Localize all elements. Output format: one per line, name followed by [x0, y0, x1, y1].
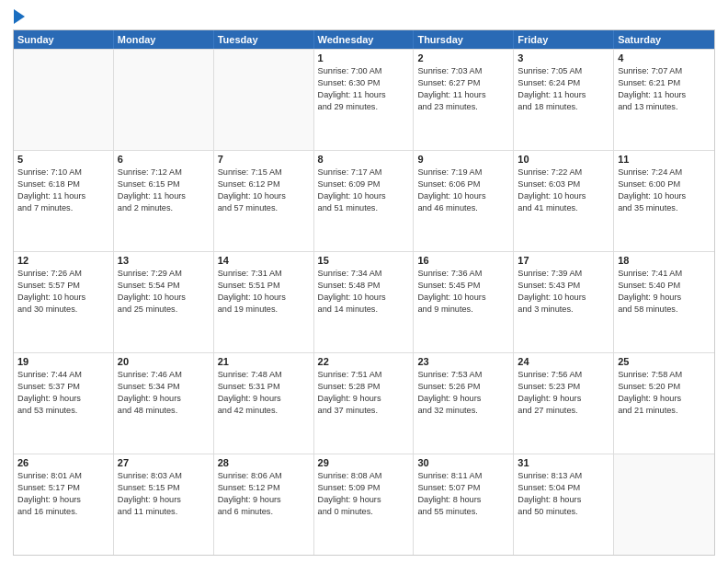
cell-line: Sunrise: 8:01 AM [17, 470, 109, 482]
logo-text [13, 9, 26, 24]
cell-line: Daylight: 10 hours [17, 292, 109, 304]
cell-line: Sunset: 6:27 PM [417, 77, 509, 89]
calendar-body: 1Sunrise: 7:00 AMSunset: 6:30 PMDaylight… [14, 49, 714, 555]
day-number: 20 [118, 356, 210, 367]
cell-line: Daylight: 9 hours [218, 494, 310, 506]
day-cell-19: 19Sunrise: 7:44 AMSunset: 5:37 PMDayligh… [14, 353, 114, 454]
day-number: 21 [218, 356, 310, 367]
cell-line: Sunrise: 7:53 AM [417, 369, 509, 381]
cell-line: Sunset: 6:00 PM [618, 178, 711, 190]
cell-line: Daylight: 10 hours [218, 190, 310, 202]
cell-line: and 11 minutes. [118, 506, 210, 518]
day-cell-7: 7Sunrise: 7:15 AMSunset: 6:12 PMDaylight… [214, 151, 314, 251]
cell-line: Sunset: 5:31 PM [218, 381, 310, 393]
cell-line: Daylight: 9 hours [318, 494, 410, 506]
cell-line: Sunrise: 7:24 AM [618, 167, 711, 178]
cell-line: Sunrise: 7:22 AM [518, 167, 609, 178]
cell-line: Sunset: 6:03 PM [518, 178, 609, 190]
day-cell-25: 25Sunrise: 7:58 AMSunset: 5:20 PMDayligh… [614, 353, 714, 454]
cell-line: Sunset: 5:51 PM [218, 280, 310, 292]
cell-line: and 25 minutes. [118, 304, 210, 316]
cell-line: and 3 minutes. [518, 304, 609, 316]
day-cell-27: 27Sunrise: 8:03 AMSunset: 5:15 PMDayligh… [114, 454, 214, 555]
day-cell-6: 6Sunrise: 7:12 AMSunset: 6:15 PMDaylight… [114, 151, 214, 251]
day-number: 18 [618, 255, 711, 266]
cell-line: and 2 minutes. [118, 202, 210, 214]
day-number: 27 [118, 457, 210, 468]
cell-line: Daylight: 9 hours [218, 393, 310, 405]
cell-line: Daylight: 9 hours [318, 393, 410, 405]
day-cell-2: 2Sunrise: 7:03 AMSunset: 6:27 PMDaylight… [414, 50, 514, 150]
day-cell-4: 4Sunrise: 7:07 AMSunset: 6:21 PMDaylight… [614, 50, 714, 150]
cell-line: and 42 minutes. [218, 405, 310, 417]
calendar-row-0: 1Sunrise: 7:00 AMSunset: 6:30 PMDaylight… [14, 49, 714, 150]
cell-line: Sunset: 5:57 PM [17, 280, 109, 292]
day-number: 2 [417, 52, 509, 63]
cell-line: Sunset: 5:20 PM [618, 381, 711, 393]
cell-line: Sunset: 5:26 PM [417, 381, 509, 393]
cell-line: Sunrise: 7:12 AM [118, 167, 210, 178]
cell-line: Daylight: 10 hours [618, 190, 711, 202]
day-cell-15: 15Sunrise: 7:34 AMSunset: 5:48 PMDayligh… [314, 252, 415, 352]
day-number: 26 [17, 457, 109, 468]
cell-line: Sunset: 5:23 PM [518, 381, 609, 393]
cell-line: and 27 minutes. [518, 405, 609, 417]
calendar: SundayMondayTuesdayWednesdayThursdayFrid… [13, 29, 715, 556]
cell-line: and 35 minutes. [618, 202, 711, 214]
day-number: 7 [218, 154, 310, 165]
cell-line: Sunrise: 7:48 AM [218, 369, 310, 381]
day-cell-21: 21Sunrise: 7:48 AMSunset: 5:31 PMDayligh… [214, 353, 314, 454]
page: SundayMondayTuesdayWednesdayThursdayFrid… [0, 0, 728, 563]
cell-line: Sunset: 5:12 PM [218, 482, 310, 494]
cell-line: and 13 minutes. [618, 101, 711, 113]
cell-line: and 16 minutes. [17, 506, 109, 518]
cell-line: Daylight: 9 hours [518, 393, 609, 405]
cell-line: and 23 minutes. [417, 101, 509, 113]
cell-line: Daylight: 11 hours [118, 190, 210, 202]
day-cell-23: 23Sunrise: 7:53 AMSunset: 5:26 PMDayligh… [414, 353, 514, 454]
header-day-saturday: Saturday [614, 30, 714, 49]
day-cell-12: 12Sunrise: 7:26 AMSunset: 5:57 PMDayligh… [14, 252, 114, 352]
cell-line: Daylight: 10 hours [218, 292, 310, 304]
day-cell-11: 11Sunrise: 7:24 AMSunset: 6:00 PMDayligh… [614, 151, 714, 251]
cell-line: Sunrise: 7:17 AM [318, 167, 410, 178]
cell-line: Sunrise: 7:46 AM [118, 369, 210, 381]
day-number: 3 [518, 52, 609, 63]
cell-line: Sunset: 6:12 PM [218, 178, 310, 190]
day-cell-17: 17Sunrise: 7:39 AMSunset: 5:43 PMDayligh… [514, 252, 614, 352]
empty-cell [114, 50, 214, 150]
day-number: 12 [17, 255, 109, 266]
logo [13, 9, 26, 24]
cell-line: Sunrise: 7:58 AM [618, 369, 711, 381]
header-day-tuesday: Tuesday [214, 30, 314, 49]
header-day-sunday: Sunday [14, 30, 114, 49]
calendar-row-2: 12Sunrise: 7:26 AMSunset: 5:57 PMDayligh… [14, 251, 714, 352]
cell-line: Sunrise: 7:56 AM [518, 369, 609, 381]
cell-line: Sunset: 5:54 PM [118, 280, 210, 292]
empty-cell [614, 454, 714, 555]
cell-line: Daylight: 10 hours [417, 292, 509, 304]
cell-line: Sunset: 5:28 PM [318, 381, 410, 393]
day-number: 15 [318, 255, 410, 266]
cell-line: Sunrise: 7:10 AM [17, 167, 109, 178]
cell-line: Sunrise: 7:19 AM [417, 167, 509, 178]
cell-line: Sunset: 5:43 PM [518, 280, 609, 292]
cell-line: Sunrise: 7:31 AM [218, 268, 310, 280]
cell-line: Sunset: 6:18 PM [17, 178, 109, 190]
day-cell-13: 13Sunrise: 7:29 AMSunset: 5:54 PMDayligh… [114, 252, 214, 352]
empty-cell [14, 50, 114, 150]
cell-line: Sunset: 5:07 PM [417, 482, 509, 494]
day-number: 17 [518, 255, 609, 266]
day-cell-5: 5Sunrise: 7:10 AMSunset: 6:18 PMDaylight… [14, 151, 114, 251]
header-day-thursday: Thursday [414, 30, 514, 49]
cell-line: Sunrise: 7:00 AM [318, 65, 410, 77]
calendar-row-3: 19Sunrise: 7:44 AMSunset: 5:37 PMDayligh… [14, 352, 714, 454]
cell-line: Sunrise: 8:13 AM [518, 470, 609, 482]
cell-line: Sunset: 6:15 PM [118, 178, 210, 190]
cell-line: and 9 minutes. [417, 304, 509, 316]
cell-line: and 58 minutes. [618, 304, 711, 316]
cell-line: Sunset: 5:37 PM [17, 381, 109, 393]
cell-line: and 30 minutes. [17, 304, 109, 316]
cell-line: Sunrise: 7:03 AM [417, 65, 509, 77]
cell-line: Daylight: 9 hours [17, 494, 109, 506]
